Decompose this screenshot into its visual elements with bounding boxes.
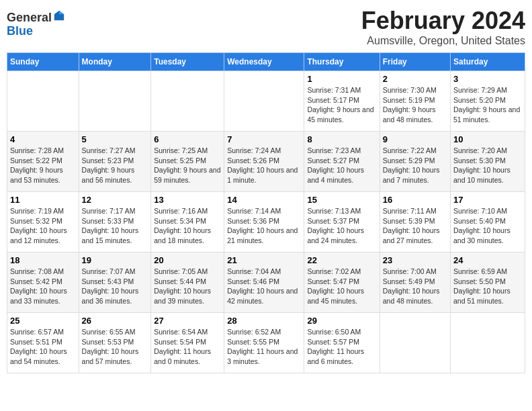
calendar-cell — [224, 71, 304, 132]
cell-info: Sunrise: 7:02 AMSunset: 5:47 PMDaylight:… — [307, 267, 376, 306]
calendar-cell: 26Sunrise: 6:55 AMSunset: 5:53 PMDayligh… — [79, 313, 151, 373]
week-row-3: 11Sunrise: 7:19 AMSunset: 5:32 PMDayligh… — [7, 192, 525, 253]
cell-info: Sunrise: 7:19 AMSunset: 5:32 PMDaylight:… — [10, 206, 76, 246]
calendar-cell: 6Sunrise: 7:25 AMSunset: 5:25 PMDaylight… — [151, 132, 224, 192]
cell-info: Sunrise: 6:55 AMSunset: 5:53 PMDaylight:… — [82, 327, 148, 367]
calendar-cell — [451, 313, 525, 373]
cell-day-number: 1 — [307, 74, 376, 84]
cell-info: Sunrise: 7:20 AMSunset: 5:30 PMDaylight:… — [453, 146, 522, 185]
calendar-cell: 7Sunrise: 7:24 AMSunset: 5:26 PMDaylight… — [224, 132, 304, 192]
calendar-cell — [380, 313, 450, 373]
calendar-cell: 25Sunrise: 6:57 AMSunset: 5:51 PMDayligh… — [7, 313, 79, 373]
cell-info: Sunrise: 7:04 AMSunset: 5:46 PMDaylight:… — [227, 267, 301, 306]
week-row-5: 25Sunrise: 6:57 AMSunset: 5:51 PMDayligh… — [7, 313, 525, 373]
calendar-cell: 27Sunrise: 6:54 AMSunset: 5:54 PMDayligh… — [151, 313, 224, 373]
cell-day-number: 26 — [82, 316, 148, 326]
cell-day-number: 28 — [227, 316, 301, 326]
weekday-header-sunday: Sunday — [7, 53, 79, 71]
calendar-cell: 19Sunrise: 7:07 AMSunset: 5:43 PMDayligh… — [79, 253, 151, 313]
cell-info: Sunrise: 7:29 AMSunset: 5:20 PMDaylight:… — [453, 85, 522, 125]
main-title: February 2024 — [361, 7, 525, 35]
cell-day-number: 24 — [453, 255, 522, 265]
page-header: General Blue February 2024 Aumsville, Or… — [7, 7, 525, 47]
cell-info: Sunrise: 7:13 AMSunset: 5:37 PMDaylight:… — [307, 206, 376, 246]
cell-day-number: 11 — [10, 195, 76, 205]
cell-day-number: 29 — [307, 316, 376, 326]
cell-info: Sunrise: 6:59 AMSunset: 5:50 PMDaylight:… — [453, 267, 522, 306]
weekday-header-row: SundayMondayTuesdayWednesdayThursdayFrid… — [7, 53, 525, 71]
cell-info: Sunrise: 7:17 AMSunset: 5:33 PMDaylight:… — [82, 206, 148, 246]
cell-info: Sunrise: 7:24 AMSunset: 5:26 PMDaylight:… — [227, 146, 301, 185]
cell-day-number: 9 — [383, 134, 447, 144]
calendar-cell: 23Sunrise: 7:00 AMSunset: 5:49 PMDayligh… — [380, 253, 450, 313]
calendar-table: SundayMondayTuesdayWednesdayThursdayFrid… — [7, 52, 525, 373]
cell-day-number: 19 — [82, 255, 148, 265]
week-row-4: 18Sunrise: 7:08 AMSunset: 5:42 PMDayligh… — [7, 253, 525, 313]
cell-info: Sunrise: 6:50 AMSunset: 5:57 PMDaylight:… — [307, 327, 376, 367]
calendar-cell: 2Sunrise: 7:30 AMSunset: 5:19 PMDaylight… — [380, 71, 450, 132]
cell-info: Sunrise: 7:28 AMSunset: 5:22 PMDaylight:… — [10, 146, 76, 185]
calendar-cell: 29Sunrise: 6:50 AMSunset: 5:57 PMDayligh… — [304, 313, 380, 373]
cell-day-number: 12 — [82, 195, 148, 205]
cell-day-number: 13 — [154, 195, 221, 205]
cell-info: Sunrise: 7:05 AMSunset: 5:44 PMDaylight:… — [154, 267, 221, 306]
calendar-cell: 9Sunrise: 7:22 AMSunset: 5:29 PMDaylight… — [380, 132, 450, 192]
cell-info: Sunrise: 7:22 AMSunset: 5:29 PMDaylight:… — [383, 146, 447, 185]
cell-info: Sunrise: 7:25 AMSunset: 5:25 PMDaylight:… — [154, 146, 221, 185]
weekday-header-thursday: Thursday — [304, 53, 380, 71]
calendar-cell: 3Sunrise: 7:29 AMSunset: 5:20 PMDaylight… — [451, 71, 525, 132]
cell-info: Sunrise: 7:23 AMSunset: 5:27 PMDaylight:… — [307, 146, 376, 185]
cell-day-number: 14 — [227, 195, 301, 205]
svg-marker-1 — [59, 11, 64, 14]
calendar-cell: 24Sunrise: 6:59 AMSunset: 5:50 PMDayligh… — [451, 253, 525, 313]
cell-day-number: 5 — [82, 134, 148, 144]
cell-day-number: 22 — [307, 255, 376, 265]
cell-day-number: 4 — [10, 134, 76, 144]
calendar-cell: 28Sunrise: 6:52 AMSunset: 5:55 PMDayligh… — [224, 313, 304, 373]
week-row-1: 1Sunrise: 7:31 AMSunset: 5:17 PMDaylight… — [7, 71, 525, 132]
cell-info: Sunrise: 7:08 AMSunset: 5:42 PMDaylight:… — [10, 267, 76, 306]
cell-info: Sunrise: 6:57 AMSunset: 5:51 PMDaylight:… — [10, 327, 76, 367]
cell-day-number: 25 — [10, 316, 76, 326]
weekday-header-wednesday: Wednesday — [224, 53, 304, 71]
cell-day-number: 6 — [154, 134, 221, 144]
calendar-cell: 21Sunrise: 7:04 AMSunset: 5:46 PMDayligh… — [224, 253, 304, 313]
cell-info: Sunrise: 7:11 AMSunset: 5:39 PMDaylight:… — [383, 206, 447, 246]
cell-day-number: 10 — [453, 134, 522, 144]
calendar-cell: 4Sunrise: 7:28 AMSunset: 5:22 PMDaylight… — [7, 132, 79, 192]
weekday-header-monday: Monday — [79, 53, 151, 71]
calendar-cell: 10Sunrise: 7:20 AMSunset: 5:30 PMDayligh… — [451, 132, 525, 192]
calendar-cell: 1Sunrise: 7:31 AMSunset: 5:17 PMDaylight… — [304, 71, 380, 132]
cell-info: Sunrise: 7:10 AMSunset: 5:40 PMDaylight:… — [453, 206, 522, 246]
cell-day-number: 20 — [154, 255, 221, 265]
cell-day-number: 3 — [453, 74, 522, 84]
week-row-2: 4Sunrise: 7:28 AMSunset: 5:22 PMDaylight… — [7, 132, 525, 192]
cell-day-number: 23 — [383, 255, 447, 265]
cell-day-number: 15 — [307, 195, 376, 205]
cell-day-number: 18 — [10, 255, 76, 265]
cell-day-number: 8 — [307, 134, 376, 144]
logo: General Blue — [7, 9, 65, 38]
cell-info: Sunrise: 7:27 AMSunset: 5:23 PMDaylight:… — [82, 146, 148, 185]
weekday-header-saturday: Saturday — [451, 53, 525, 71]
calendar-cell: 5Sunrise: 7:27 AMSunset: 5:23 PMDaylight… — [79, 132, 151, 192]
logo-blue: Blue — [7, 24, 33, 38]
calendar-cell: 22Sunrise: 7:02 AMSunset: 5:47 PMDayligh… — [304, 253, 380, 313]
calendar-cell: 11Sunrise: 7:19 AMSunset: 5:32 PMDayligh… — [7, 192, 79, 253]
cell-info: Sunrise: 7:30 AMSunset: 5:19 PMDaylight:… — [383, 85, 447, 125]
title-block: February 2024 Aumsville, Oregon, United … — [361, 7, 525, 47]
calendar-cell: 20Sunrise: 7:05 AMSunset: 5:44 PMDayligh… — [151, 253, 224, 313]
calendar-cell — [79, 71, 151, 132]
subtitle: Aumsville, Oregon, United States — [361, 35, 525, 47]
calendar-cell — [7, 71, 79, 132]
cell-day-number: 16 — [383, 195, 447, 205]
cell-day-number: 2 — [383, 74, 447, 84]
calendar-cell: 18Sunrise: 7:08 AMSunset: 5:42 PMDayligh… — [7, 253, 79, 313]
cell-day-number: 7 — [227, 134, 301, 144]
calendar-cell: 13Sunrise: 7:16 AMSunset: 5:34 PMDayligh… — [151, 192, 224, 253]
cell-info: Sunrise: 7:31 AMSunset: 5:17 PMDaylight:… — [307, 85, 376, 125]
calendar-cell: 12Sunrise: 7:17 AMSunset: 5:33 PMDayligh… — [79, 192, 151, 253]
cell-info: Sunrise: 6:54 AMSunset: 5:54 PMDaylight:… — [154, 327, 221, 367]
cell-info: Sunrise: 7:00 AMSunset: 5:49 PMDaylight:… — [383, 267, 447, 306]
logo-general: General — [7, 11, 52, 24]
